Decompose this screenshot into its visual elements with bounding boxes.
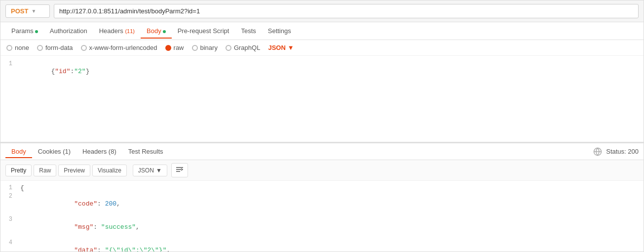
pretty-button[interactable]: Pretty bbox=[5, 165, 32, 176]
request-tabs: Params Authorization Headers (11) Body P… bbox=[0, 22, 644, 40]
close-brace: } bbox=[86, 68, 90, 75]
response-format-chevron: ▼ bbox=[156, 167, 162, 174]
radio-circle-form-data bbox=[37, 45, 43, 51]
radio-form-data-label: form-data bbox=[45, 44, 73, 51]
response-tab-cookies[interactable]: Cookies (1) bbox=[32, 145, 76, 158]
response-section: Body Cookies (1) Headers (8) Test Result… bbox=[0, 143, 644, 252]
response-tab-body-label: Body bbox=[11, 148, 26, 155]
key-id: "id" bbox=[55, 68, 70, 75]
response-tab-test-results-label: Test Results bbox=[128, 148, 163, 155]
tab-params[interactable]: Params bbox=[5, 23, 44, 39]
response-format-dropdown[interactable]: JSON ▼ bbox=[133, 165, 167, 176]
tab-pre-request[interactable]: Pre-request Script bbox=[172, 23, 235, 39]
status-text: Status: 200 bbox=[606, 148, 639, 155]
resp-lc-3: "msg": "success", bbox=[20, 216, 644, 238]
radio-form-data[interactable]: form-data bbox=[37, 44, 73, 51]
preview-button[interactable]: Preview bbox=[58, 165, 90, 176]
radio-binary[interactable]: binary bbox=[192, 44, 218, 51]
response-code: 1 { 2 "code": 200, 3 "msg": "success", 4 bbox=[0, 181, 644, 252]
url-bar: POST ▼ bbox=[0, 0, 644, 22]
resp-ln-2: 2 bbox=[0, 193, 20, 200]
code-line-1: 1 {"id":"2"} bbox=[0, 60, 644, 83]
tab-tests[interactable]: Tests bbox=[235, 23, 262, 39]
body-dot bbox=[163, 30, 166, 33]
tab-settings[interactable]: Settings bbox=[262, 23, 297, 39]
radio-graphql[interactable]: GraphQL bbox=[226, 44, 260, 51]
radio-binary-label: binary bbox=[200, 44, 218, 51]
method-select[interactable]: POST ▼ bbox=[5, 4, 50, 18]
tab-settings-label: Settings bbox=[268, 27, 291, 35]
response-format-label: JSON bbox=[138, 167, 154, 174]
resp-line-1: 1 { bbox=[0, 184, 644, 192]
resp-ln-4: 4 bbox=[0, 239, 20, 246]
radio-circle-graphql bbox=[226, 45, 231, 51]
response-toolbar: Pretty Raw Preview Visualize JSON ▼ bbox=[0, 160, 644, 181]
tab-pre-request-label: Pre-request Script bbox=[178, 27, 229, 35]
resp-line-2: 2 "code": 200, bbox=[0, 192, 644, 215]
resp-ln-3: 3 bbox=[0, 216, 20, 223]
radio-x-www[interactable]: x-www-form-urlencoded bbox=[81, 44, 157, 51]
resp-line-4: 4 "data": "{\"id\":\"2\"}", bbox=[0, 239, 644, 252]
response-tabs-bar: Body Cookies (1) Headers (8) Test Result… bbox=[0, 143, 644, 160]
headers-badge: (11) bbox=[125, 28, 135, 34]
radio-raw[interactable]: raw bbox=[165, 44, 184, 51]
response-tab-test-results[interactable]: Test Results bbox=[122, 145, 169, 158]
line-number-1: 1 bbox=[0, 60, 20, 67]
tab-body-label: Body bbox=[147, 27, 161, 35]
tab-body[interactable]: Body bbox=[141, 23, 172, 39]
wrap-icon bbox=[176, 166, 184, 173]
request-body-editor[interactable]: 1 {"id":"2"} bbox=[0, 56, 644, 143]
resp-lc-4: "data": "{\"id\":\"2\"}", bbox=[20, 239, 644, 252]
response-tab-headers[interactable]: Headers (8) bbox=[76, 145, 122, 158]
radio-circle-x-www bbox=[81, 45, 87, 51]
val-id: "2" bbox=[74, 68, 85, 75]
tab-headers[interactable]: Headers (11) bbox=[93, 23, 141, 39]
response-tab-headers-label: Headers (8) bbox=[82, 148, 116, 155]
tab-authorization-label: Authorization bbox=[50, 27, 87, 35]
radio-none[interactable]: none bbox=[6, 44, 29, 51]
radio-circle-raw bbox=[165, 45, 171, 51]
resp-line-3: 3 "msg": "success", bbox=[0, 215, 644, 239]
json-format-dropdown[interactable]: JSON ▼ bbox=[268, 44, 294, 51]
method-label: POST bbox=[11, 7, 28, 15]
app-container: POST ▼ Params Authorization Headers (11)… bbox=[0, 0, 644, 252]
params-dot bbox=[35, 30, 38, 33]
raw-button[interactable]: Raw bbox=[34, 165, 56, 176]
globe-icon bbox=[593, 147, 602, 156]
response-right-info: Status: 200 bbox=[593, 147, 639, 156]
tab-tests-label: Tests bbox=[241, 27, 256, 35]
resp-lc-1: { bbox=[20, 184, 644, 192]
wrap-lines-button[interactable] bbox=[171, 163, 188, 177]
radio-none-label: none bbox=[15, 44, 29, 51]
response-tab-cookies-label: Cookies (1) bbox=[38, 148, 71, 155]
line-content-1: {"id":"2"} bbox=[20, 60, 644, 83]
tab-authorization[interactable]: Authorization bbox=[44, 23, 93, 39]
response-tab-body[interactable]: Body bbox=[5, 145, 32, 158]
url-input[interactable] bbox=[54, 4, 639, 18]
resp-lc-2: "code": 200, bbox=[20, 193, 644, 215]
radio-x-www-label: x-www-form-urlencoded bbox=[89, 44, 157, 51]
radio-circle-none bbox=[6, 45, 12, 51]
visualize-button[interactable]: Visualize bbox=[92, 165, 127, 176]
tab-headers-label: Headers bbox=[99, 27, 125, 35]
tab-params-label: Params bbox=[11, 27, 34, 35]
body-type-bar: none form-data x-www-form-urlencoded raw… bbox=[0, 40, 644, 56]
json-format-label: JSON bbox=[268, 44, 285, 51]
radio-circle-binary bbox=[192, 45, 198, 51]
radio-raw-label: raw bbox=[174, 44, 184, 51]
json-dropdown-chevron: ▼ bbox=[288, 44, 294, 51]
resp-ln-1: 1 bbox=[0, 184, 20, 191]
chevron-down-icon: ▼ bbox=[31, 8, 36, 14]
radio-graphql-label: GraphQL bbox=[234, 44, 260, 51]
